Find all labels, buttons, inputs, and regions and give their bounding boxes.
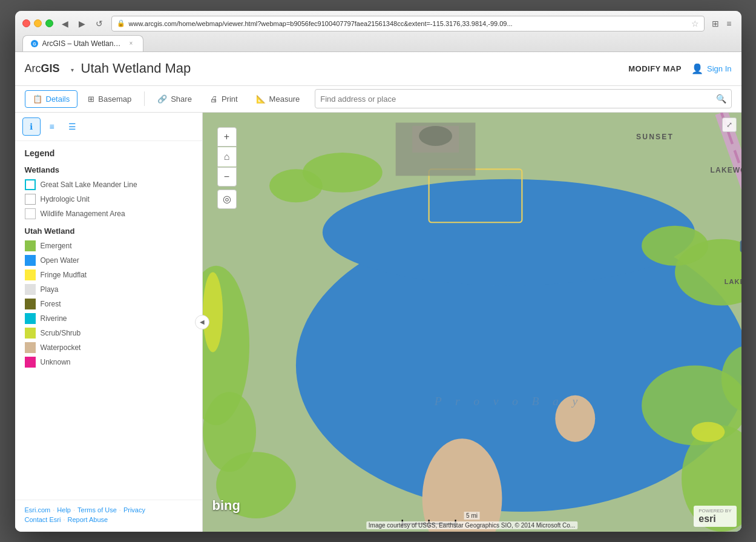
header-actions: MODIFY MAP 👤 Sign In [628,63,731,74]
tab-bar: G ArcGIS – Utah Wetland Ma... × [22,35,734,51]
browser-window: ◀ ▶ ↺ 🔒 www.arcgis.com/home/webmap/viewe… [15,11,741,532]
basemap-label: Basemap [98,94,131,104]
refresh-button[interactable]: ↺ [92,16,107,31]
details-icon: 📋 [33,94,42,104]
legend-item-playa: Playa [25,284,192,295]
report-abuse-link[interactable]: Report Abuse [67,516,108,523]
tab-list[interactable]: ☰ [64,117,82,136]
esri-com-link[interactable]: Esri.com [25,506,51,514]
help-link[interactable]: Help [57,506,71,514]
sidebar-collapse-button[interactable]: ◀ [195,315,209,329]
fringe-label: Fringe Mudflat [41,271,87,279]
browser-controls: ◀ ▶ ↺ 🔒 www.arcgis.com/home/webmap/viewe… [22,16,734,31]
search-icon[interactable]: 🔍 [716,94,726,104]
map-credit: Image courtesy of USGS, Earthstar Geogra… [366,521,577,529]
openwater-symbol [25,255,36,266]
minimize-button[interactable] [34,19,42,27]
search-input[interactable] [320,94,715,104]
emergent-symbol [25,240,36,251]
esri-logo: POWERED BY esri [694,506,736,527]
legend-item-openwater: Open Water [25,255,192,266]
svg-point-14 [642,225,708,265]
details-button[interactable]: 📋 Details [25,90,78,108]
legend-item-gsl: Great Salt Lake Meander Line [25,179,192,190]
riverine-label: Riverine [41,314,67,323]
share-button[interactable]: 🔗 Share [150,90,200,108]
emergent-label: Emergent [41,242,72,250]
extensions-icon[interactable]: ⊞ [709,18,721,30]
legend-item-hydro: Hydrologic Unit [25,194,192,205]
browser-toolbar-icons: ⊞ ≡ [709,18,734,30]
legend-panel: Legend Wetlands Great Salt Lake Meander … [15,141,202,500]
gsl-label: Great Salt Lake Meander Line [41,180,137,189]
contact-link[interactable]: Contact Esri [25,516,61,523]
legend-title: Legend [25,148,192,158]
legend-item-wildlife: Wildlife Management Area [25,208,192,219]
wildlife-symbol [25,208,36,219]
map-container[interactable]: P r o v o B a y SUNSET LAKEWOOD LAKEWOOD… [203,113,741,532]
tab-table[interactable]: ≡ [43,117,61,136]
nav-buttons: ◀ ▶ ↺ [58,16,107,31]
forward-button[interactable]: ▶ [75,16,90,31]
url-text: www.arcgis.com/home/webmap/viewer.html?w… [129,20,688,27]
tab-close-button[interactable]: × [127,39,136,48]
legend-item-scrub: Scrub/Shrub [25,328,192,339]
traffic-lights [22,19,53,27]
svg-rect-25 [740,240,741,252]
print-button[interactable]: 🖨 Print [202,90,246,108]
maximize-button[interactable] [45,19,53,27]
basemap-button[interactable]: ⊞ Basemap [80,90,139,108]
browser-tab[interactable]: G ArcGIS – Utah Wetland Ma... × [22,35,143,51]
zoom-in-button[interactable]: + [217,127,237,147]
legend-item-unknown: Unknown [25,357,192,368]
bookmark-icon[interactable]: ☆ [691,19,699,28]
svg-text:LAKEWOOD: LAKEWOOD [724,278,741,285]
legend-item-waterpocket: Waterpocket [25,342,192,353]
riverine-symbol [25,313,36,324]
legend-item-fringe: Fringe Mudflat [25,269,192,280]
footer-links-2: Contact Esri · Report Abuse [25,516,192,523]
logo-gis: GIS [41,62,60,74]
legend-item-forest: Forest [25,299,192,309]
zoom-out-button[interactable]: − [217,167,237,187]
app-container: ArcGIS ▾ Utah Wetland Map MODIFY MAP 👤 S… [15,52,741,532]
table-icon: ≡ [49,122,54,131]
legend-item-riverine: Riverine [25,313,192,324]
privacy-link[interactable]: Privacy [123,506,145,514]
tab-info[interactable]: ℹ [22,117,41,136]
unknown-label: Unknown [41,358,71,366]
lock-icon: 🔒 [117,19,125,27]
forest-label: Forest [41,300,61,308]
scale-label: 5 mi [464,512,480,520]
terms-link[interactable]: Terms of Use [77,506,117,514]
back-button[interactable]: ◀ [58,16,73,31]
hydro-symbol [25,194,36,205]
details-label: Details [46,94,70,104]
svg-text:LAKEWOOD: LAKEWOOD [710,165,741,174]
forest-symbol [25,299,36,309]
playa-symbol [25,284,36,295]
measure-button[interactable]: 📐 Measure [248,90,308,108]
bing-text: bing [212,498,240,513]
sidebar: ℹ ≡ ☰ ◀ Legend Wetlands Great Salt [15,113,203,532]
home-button[interactable]: ⌂ [217,147,237,167]
address-bar[interactable]: 🔒 www.arcgis.com/home/webmap/viewer.html… [111,16,705,31]
close-button[interactable] [22,19,30,27]
sign-in-button[interactable]: 👤 Sign In [691,63,731,74]
wildlife-label: Wildlife Management Area [41,210,125,218]
waterpocket-label: Waterpocket [41,343,81,352]
user-icon: 👤 [691,63,703,74]
menu-icon[interactable]: ≡ [724,18,734,30]
modify-map-button[interactable]: MODIFY MAP [628,64,682,73]
expand-button[interactable]: ⤢ [722,117,737,132]
locate-button[interactable]: ◎ [217,190,237,209]
gsl-symbol [25,179,36,190]
search-bar[interactable]: 🔍 [315,89,731,108]
svg-text:G: G [33,42,36,46]
list-icon: ☰ [68,122,76,131]
info-icon: ℹ [30,122,33,131]
measure-label: Measure [269,94,300,104]
logo-dropdown[interactable]: ▾ [71,67,74,73]
map-svg: P r o v o B a y SUNSET LAKEWOOD LAKEWOOD… [203,113,741,532]
svg-text:SUNSET: SUNSET [636,132,673,140]
